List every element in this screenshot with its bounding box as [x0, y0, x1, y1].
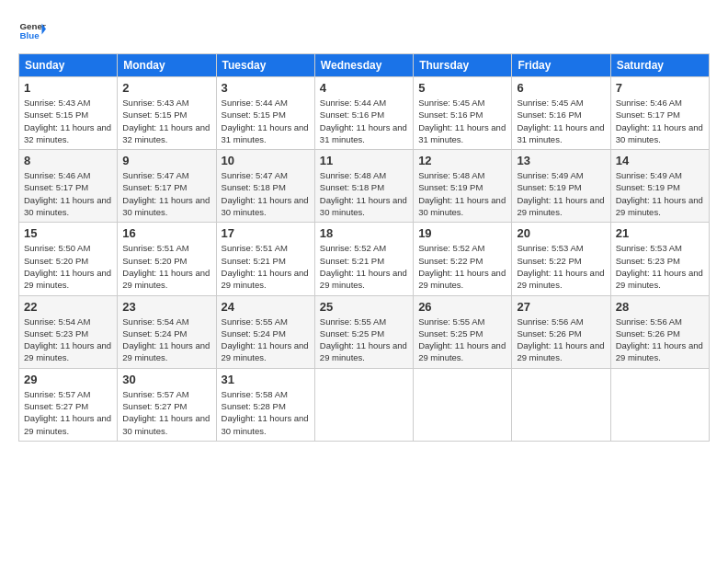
- day-detail: Sunrise: 5:48 AMSunset: 5:19 PMDaylight:…: [418, 169, 506, 218]
- day-number: 17: [222, 226, 310, 240]
- day-number: 1: [24, 81, 112, 95]
- day-detail: Sunrise: 5:46 AMSunset: 5:17 PMDaylight:…: [616, 97, 704, 145]
- day-detail: Sunrise: 5:56 AMSunset: 5:26 PMDaylight:…: [616, 316, 704, 364]
- calendar-cell: 29Sunrise: 5:57 AMSunset: 5:27 PMDayligh…: [19, 368, 118, 441]
- calendar-cell: 12Sunrise: 5:48 AMSunset: 5:19 PMDayligh…: [414, 150, 512, 223]
- day-number: 30: [122, 373, 210, 386]
- day-number: 12: [418, 154, 506, 167]
- day-detail: Sunrise: 5:57 AMSunset: 5:27 PMDaylight:…: [122, 388, 210, 437]
- day-detail: Sunrise: 5:49 AMSunset: 5:19 PMDaylight:…: [517, 169, 605, 218]
- day-detail: Sunrise: 5:53 AMSunset: 5:23 PMDaylight:…: [616, 242, 704, 291]
- day-number: 20: [517, 226, 605, 240]
- calendar-cell: 21Sunrise: 5:53 AMSunset: 5:23 PMDayligh…: [610, 223, 709, 295]
- day-number: 23: [122, 300, 210, 314]
- calendar-cell: 23Sunrise: 5:54 AMSunset: 5:24 PMDayligh…: [118, 295, 216, 368]
- calendar-cell: 8Sunrise: 5:46 AMSunset: 5:17 PMDaylight…: [19, 150, 118, 223]
- calendar-cell: [314, 368, 413, 441]
- header: General Blue: [18, 17, 710, 44]
- day-number: 18: [320, 226, 408, 240]
- day-number: 28: [616, 300, 704, 314]
- calendar-cell: 26Sunrise: 5:55 AMSunset: 5:25 PMDayligh…: [414, 295, 512, 368]
- day-number: 4: [320, 81, 408, 95]
- weekday-header-tuesday: Tuesday: [216, 54, 314, 77]
- calendar-cell: 10Sunrise: 5:47 AMSunset: 5:18 PMDayligh…: [216, 150, 314, 223]
- day-number: 2: [122, 81, 210, 95]
- calendar-cell: 25Sunrise: 5:55 AMSunset: 5:25 PMDayligh…: [314, 295, 413, 368]
- calendar-cell: 4Sunrise: 5:44 AMSunset: 5:16 PMDaylight…: [314, 77, 413, 150]
- calendar-cell: 24Sunrise: 5:55 AMSunset: 5:24 PMDayligh…: [216, 295, 314, 368]
- day-detail: Sunrise: 5:55 AMSunset: 5:25 PMDaylight:…: [418, 316, 506, 364]
- day-detail: Sunrise: 5:43 AMSunset: 5:15 PMDaylight:…: [24, 97, 112, 145]
- day-number: 16: [122, 226, 210, 240]
- day-detail: Sunrise: 5:49 AMSunset: 5:19 PMDaylight:…: [616, 169, 704, 218]
- calendar-cell: 13Sunrise: 5:49 AMSunset: 5:19 PMDayligh…: [512, 150, 610, 223]
- calendar-cell: 17Sunrise: 5:51 AMSunset: 5:21 PMDayligh…: [216, 223, 314, 295]
- calendar-cell: 20Sunrise: 5:53 AMSunset: 5:22 PMDayligh…: [512, 223, 610, 295]
- day-detail: Sunrise: 5:51 AMSunset: 5:21 PMDaylight:…: [222, 242, 310, 291]
- calendar-cell: 1Sunrise: 5:43 AMSunset: 5:15 PMDaylight…: [19, 77, 118, 150]
- day-number: 26: [418, 300, 506, 314]
- day-detail: Sunrise: 5:52 AMSunset: 5:21 PMDaylight:…: [320, 242, 408, 291]
- calendar-cell: 5Sunrise: 5:45 AMSunset: 5:16 PMDaylight…: [414, 77, 512, 150]
- day-detail: Sunrise: 5:50 AMSunset: 5:20 PMDaylight:…: [24, 242, 112, 291]
- day-detail: Sunrise: 5:47 AMSunset: 5:18 PMDaylight:…: [222, 169, 310, 218]
- day-number: 9: [122, 154, 210, 167]
- day-detail: Sunrise: 5:51 AMSunset: 5:20 PMDaylight:…: [122, 242, 210, 291]
- day-detail: Sunrise: 5:54 AMSunset: 5:23 PMDaylight:…: [24, 316, 112, 364]
- day-detail: Sunrise: 5:52 AMSunset: 5:22 PMDaylight:…: [418, 242, 506, 291]
- calendar-cell: [610, 368, 709, 441]
- calendar-week-row: 15Sunrise: 5:50 AMSunset: 5:20 PMDayligh…: [19, 223, 710, 295]
- day-number: 15: [24, 226, 112, 240]
- calendar-cell: 27Sunrise: 5:56 AMSunset: 5:26 PMDayligh…: [512, 295, 610, 368]
- day-detail: Sunrise: 5:43 AMSunset: 5:15 PMDaylight:…: [122, 97, 210, 145]
- svg-text:Blue: Blue: [20, 30, 40, 40]
- day-number: 5: [418, 81, 506, 95]
- day-number: 22: [24, 300, 112, 314]
- weekday-header-friday: Friday: [512, 54, 610, 77]
- calendar-cell: 6Sunrise: 5:45 AMSunset: 5:16 PMDaylight…: [512, 77, 610, 150]
- calendar-cell: 11Sunrise: 5:48 AMSunset: 5:18 PMDayligh…: [314, 150, 413, 223]
- day-detail: Sunrise: 5:44 AMSunset: 5:16 PMDaylight:…: [320, 97, 408, 145]
- calendar-cell: 15Sunrise: 5:50 AMSunset: 5:20 PMDayligh…: [19, 223, 118, 295]
- weekday-header-wednesday: Wednesday: [314, 54, 413, 77]
- calendar-cell: 2Sunrise: 5:43 AMSunset: 5:15 PMDaylight…: [118, 77, 216, 150]
- calendar-week-row: 8Sunrise: 5:46 AMSunset: 5:17 PMDaylight…: [19, 150, 710, 223]
- calendar-week-row: 22Sunrise: 5:54 AMSunset: 5:23 PMDayligh…: [19, 295, 710, 368]
- general-blue-logo-icon: General Blue: [18, 17, 46, 44]
- day-detail: Sunrise: 5:58 AMSunset: 5:28 PMDaylight:…: [222, 388, 310, 437]
- day-detail: Sunrise: 5:46 AMSunset: 5:17 PMDaylight:…: [24, 169, 112, 218]
- day-detail: Sunrise: 5:55 AMSunset: 5:25 PMDaylight:…: [320, 316, 408, 364]
- day-detail: Sunrise: 5:45 AMSunset: 5:16 PMDaylight:…: [517, 97, 605, 145]
- page: General Blue SundayMondayTuesdayWednesda…: [0, 0, 728, 563]
- day-number: 14: [616, 154, 704, 167]
- logo: General Blue: [18, 17, 48, 44]
- calendar-week-row: 1Sunrise: 5:43 AMSunset: 5:15 PMDaylight…: [19, 77, 710, 150]
- weekday-header-monday: Monday: [118, 54, 216, 77]
- calendar-cell: 31Sunrise: 5:58 AMSunset: 5:28 PMDayligh…: [216, 368, 314, 441]
- calendar-cell: [414, 368, 512, 441]
- day-number: 31: [222, 373, 310, 386]
- calendar-cell: 14Sunrise: 5:49 AMSunset: 5:19 PMDayligh…: [610, 150, 709, 223]
- day-number: 24: [222, 300, 310, 314]
- day-number: 10: [222, 154, 310, 167]
- day-detail: Sunrise: 5:55 AMSunset: 5:24 PMDaylight:…: [222, 316, 310, 364]
- day-number: 19: [418, 226, 506, 240]
- day-number: 6: [517, 81, 605, 95]
- day-detail: Sunrise: 5:44 AMSunset: 5:15 PMDaylight:…: [222, 97, 310, 145]
- day-number: 29: [24, 373, 112, 386]
- calendar-cell: 22Sunrise: 5:54 AMSunset: 5:23 PMDayligh…: [19, 295, 118, 368]
- calendar-body: 1Sunrise: 5:43 AMSunset: 5:15 PMDaylight…: [19, 77, 710, 442]
- day-detail: Sunrise: 5:47 AMSunset: 5:17 PMDaylight:…: [122, 169, 210, 218]
- calendar-header-row: SundayMondayTuesdayWednesdayThursdayFrid…: [19, 54, 710, 77]
- day-detail: Sunrise: 5:57 AMSunset: 5:27 PMDaylight:…: [24, 388, 112, 437]
- calendar-cell: 19Sunrise: 5:52 AMSunset: 5:22 PMDayligh…: [414, 223, 512, 295]
- day-detail: Sunrise: 5:48 AMSunset: 5:18 PMDaylight:…: [320, 169, 408, 218]
- calendar-table: SundayMondayTuesdayWednesdayThursdayFrid…: [18, 53, 710, 442]
- calendar-cell: 18Sunrise: 5:52 AMSunset: 5:21 PMDayligh…: [314, 223, 413, 295]
- calendar-cell: 30Sunrise: 5:57 AMSunset: 5:27 PMDayligh…: [118, 368, 216, 441]
- weekday-header-saturday: Saturday: [610, 54, 709, 77]
- day-number: 27: [517, 300, 605, 314]
- day-detail: Sunrise: 5:56 AMSunset: 5:26 PMDaylight:…: [517, 316, 605, 364]
- calendar-week-row: 29Sunrise: 5:57 AMSunset: 5:27 PMDayligh…: [19, 368, 710, 441]
- day-number: 3: [222, 81, 310, 95]
